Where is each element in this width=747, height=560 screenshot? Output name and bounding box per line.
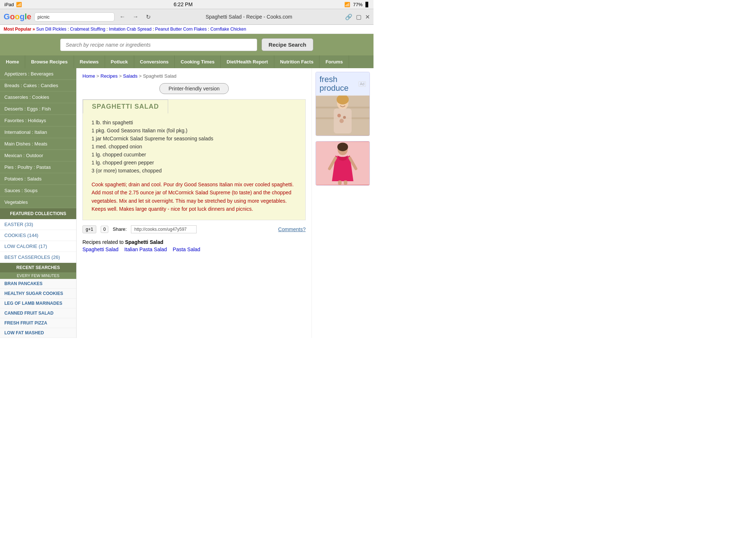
recent-canned-fruit-salad[interactable]: CANNED FRUIT SALAD xyxy=(0,308,76,318)
nav-diet-health[interactable]: Diet/Health Report xyxy=(221,55,274,68)
breadcrumb-salads[interactable]: Salads xyxy=(123,73,138,79)
recent-leg-of-lamb[interactable]: LEG OF LAMB MARINADES xyxy=(0,299,76,308)
search-input[interactable] xyxy=(60,39,257,51)
back-button[interactable]: ← xyxy=(117,13,128,21)
status-right: 📶 77% ▊ xyxy=(344,2,369,7)
nav-conversions[interactable]: Conversions xyxy=(134,55,175,68)
svg-point-7 xyxy=(343,116,346,119)
popular-link-2[interactable]: Crabmeat Stuffing xyxy=(70,27,105,32)
recipe-title: SPAGHETTI SALAD xyxy=(83,100,168,113)
nav-browse[interactable]: Browse Recipes xyxy=(25,55,74,68)
status-bar: iPad 📶 6:22 PM 📶 77% ▊ xyxy=(0,0,374,9)
ingredient-7: 3 (or more) tomatoes, chopped xyxy=(92,167,297,175)
share-count: 0 xyxy=(101,226,108,233)
recipe-instructions: Cook spaghetti; drain and cool. Pour dry… xyxy=(92,180,297,213)
sidebar-cat-international[interactable]: International : Italian xyxy=(0,127,76,138)
close-icon[interactable]: ✕ xyxy=(365,13,370,20)
recent-low-fat-mashed[interactable]: LOW FAT MASHED xyxy=(0,328,76,338)
sidebar-cat-desserts[interactable]: Desserts : Eggs : Fish xyxy=(0,103,76,115)
recent-bran-pancakes[interactable]: BRAN PANCAKES xyxy=(0,279,76,289)
share-url-input[interactable] xyxy=(131,225,197,233)
recent-searches-title: RECENT SEARCHES xyxy=(0,263,76,272)
nav-reviews[interactable]: Reviews xyxy=(74,55,105,68)
ingredient-4: 1 med. chopped onion xyxy=(92,143,297,151)
sidebar: Appetizers : Beverages Breads : Cakes : … xyxy=(0,68,77,338)
ingredient-6: 1 lg. chopped green pepper xyxy=(92,159,297,167)
ad-fashion[interactable] xyxy=(316,141,370,186)
popular-link-4[interactable]: Peanut Butter Corn Flakes xyxy=(155,27,206,32)
featured-cookies[interactable]: COOKIES (144) xyxy=(0,230,76,241)
reload-button[interactable]: ↻ xyxy=(144,13,153,21)
sidebar-cat-potatoes[interactable]: Potatoes : Salads xyxy=(0,173,76,185)
breadcrumb-home[interactable]: Home xyxy=(82,73,95,79)
url-bar[interactable]: picnic xyxy=(34,12,115,22)
breadcrumb-current: Spaghetti Salad xyxy=(143,73,177,79)
search-button[interactable]: Recipe Search xyxy=(262,38,313,51)
breadcrumb-recipes[interactable]: Recipes xyxy=(101,73,118,79)
battery-label: 77% xyxy=(353,2,363,7)
recent-healthy-sugar-cookies[interactable]: HEALTHY SUGAR COOKIES xyxy=(0,289,76,299)
nav-home[interactable]: Home xyxy=(0,55,25,68)
nav-cooking-times[interactable]: Cooking Times xyxy=(175,55,221,68)
related-recipes: Recipes related to Spaghetti Salad Spagh… xyxy=(82,239,306,252)
svg-point-11 xyxy=(337,143,348,152)
sidebar-cat-mexican[interactable]: Mexican : Outdoor xyxy=(0,150,76,162)
most-popular-bar: Most Popular » Sun Dill Pickles : Crabme… xyxy=(0,25,374,34)
nav-nutrition[interactable]: Nutrition Facts xyxy=(274,55,320,68)
popular-link-5[interactable]: Cornflake Chicken xyxy=(210,27,246,32)
ingredient-1: 1 lb. thin spaghetti xyxy=(92,118,297,127)
breadcrumb: Home > Recipes > Salads > Spaghetti Sala… xyxy=(82,73,306,79)
popular-link-1[interactable]: Sun Dill Pickles xyxy=(36,27,66,32)
bluetooth-icon: 📶 xyxy=(344,2,350,7)
related-link-3[interactable]: Pasta Salad xyxy=(173,246,201,252)
recipe-card: SPAGHETTI SALAD 1 lb. thin spaghetti 1 p… xyxy=(82,99,306,220)
share-label: Share: xyxy=(113,226,127,232)
sidebar-cat-breads[interactable]: Breads : Cakes : Candies xyxy=(0,80,76,92)
sidebar-cat-main-dishes[interactable]: Main Dishes : Meats xyxy=(0,138,76,150)
browser-chrome: Google picnic ← → ↻ Spaghetti Salad - Re… xyxy=(0,9,374,25)
printer-btn-wrap: Printer-friendly version xyxy=(82,83,306,94)
share-row: g+1 0 Share: Comments? xyxy=(82,225,306,233)
sidebar-cat-appetizers[interactable]: Appetizers : Beverages xyxy=(0,68,76,80)
featured-low-calorie[interactable]: LOW CALORIE (17) xyxy=(0,241,76,252)
related-links: Spaghetti Salad Italian Pasta Salad Past… xyxy=(82,246,306,252)
nav-bar: Home Browse Recipes Reviews Potluck Conv… xyxy=(0,55,374,68)
comments-link[interactable]: Comments? xyxy=(278,226,306,232)
featured-best-casseroles[interactable]: BEST CASSEROLES (26) xyxy=(0,252,76,263)
sidebar-cat-casseroles[interactable]: Casseroles : Cookies xyxy=(0,92,76,103)
ad-fresh-produce[interactable]: fresh produce Ad xyxy=(316,72,370,136)
ingredient-2: 1 pkg. Good Seasons Italian mix (foil pk… xyxy=(92,127,297,135)
status-time: 6:22 PM xyxy=(174,1,193,7)
related-link-1[interactable]: Spaghetti Salad xyxy=(82,246,119,252)
sidebar-cat-vegetables[interactable]: Vegetables xyxy=(0,197,76,208)
nav-potluck[interactable]: Potluck xyxy=(105,55,134,68)
share-icon[interactable]: 🔗 xyxy=(345,13,352,20)
recipe-body: 1 lb. thin spaghetti 1 pkg. Good Seasons… xyxy=(83,113,305,220)
ad-title-fresh-produce: fresh produce xyxy=(320,75,359,93)
recent-fresh-fruit-pizza[interactable]: FRESH FRUIT PIZZA xyxy=(0,318,76,328)
related-link-2[interactable]: Italian Pasta Salad xyxy=(124,246,167,252)
ad-image-2 xyxy=(316,141,369,185)
svg-rect-15 xyxy=(344,180,347,185)
svg-rect-14 xyxy=(338,180,342,185)
related-intro: Recipes related to xyxy=(82,239,124,245)
google-logo: Google xyxy=(4,12,31,22)
popular-link-3[interactable]: Imitation Crab Spread xyxy=(109,27,152,32)
wifi-icon: 📶 xyxy=(16,2,22,7)
sidebar-cat-sauces[interactable]: Sauces : Soups xyxy=(0,185,76,197)
ingredient-3: 1 jar McCormick Salad Supreme for season… xyxy=(92,135,297,143)
sidebar-cat-favorites[interactable]: Favorites : Holidays xyxy=(0,115,76,127)
sidebar-cat-pies[interactable]: Pies : Poultry : Pastas xyxy=(0,162,76,173)
ipad-label: iPad xyxy=(4,2,14,7)
gplus-button[interactable]: g+1 xyxy=(82,225,96,233)
printer-friendly-button[interactable]: Printer-friendly version xyxy=(159,83,229,94)
svg-point-8 xyxy=(340,119,344,123)
forward-button[interactable]: → xyxy=(131,13,141,21)
main-layout: Appetizers : Beverages Breads : Cakes : … xyxy=(0,68,374,338)
nav-forums[interactable]: Forums xyxy=(320,55,349,68)
sidebar-categories: Appetizers : Beverages Breads : Cakes : … xyxy=(0,68,76,208)
tab-icon[interactable]: ▢ xyxy=(356,13,361,20)
featured-easter[interactable]: EASTER (33) xyxy=(0,219,76,230)
ingredient-list: 1 lb. thin spaghetti 1 pkg. Good Seasons… xyxy=(92,118,297,175)
page-title: Spaghetti Salad - Recipe - Cooks.com xyxy=(156,14,342,20)
